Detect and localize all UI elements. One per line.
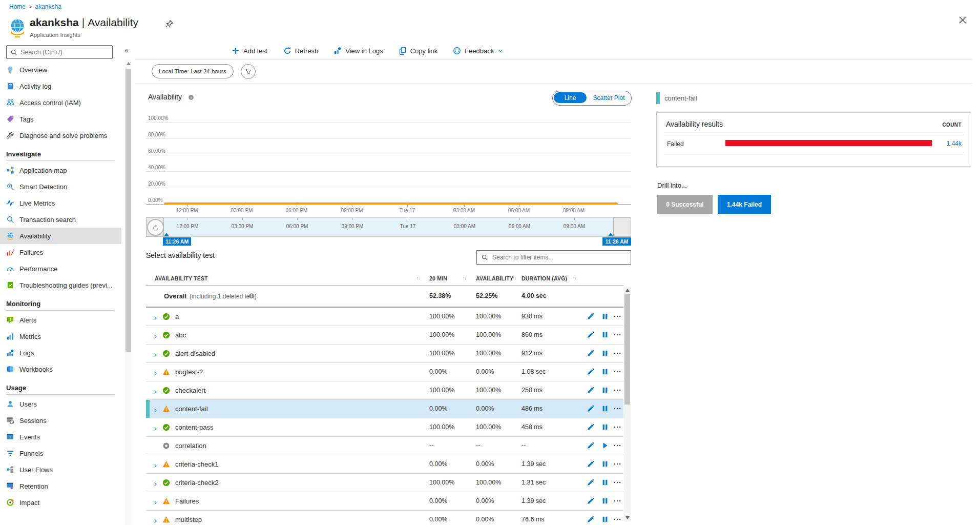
time-range-pill[interactable]: Local Time: Last 24 hours: [152, 64, 234, 78]
sidebar-collapse-button[interactable]: «: [124, 46, 129, 54]
edit-test-button[interactable]: [587, 423, 595, 431]
edit-test-button[interactable]: [587, 515, 595, 523]
sidebar-item-sessions[interactable]: Sessions: [0, 412, 121, 429]
more-options-button[interactable]: [613, 478, 621, 487]
add-test-button[interactable]: Add test: [232, 47, 268, 55]
close-icon[interactable]: [957, 14, 968, 26]
chevron-right-icon[interactable]: [153, 333, 158, 337]
chevron-right-icon[interactable]: [153, 314, 158, 319]
drill-failed-button[interactable]: 1.44k Failed: [718, 195, 771, 214]
sidebar-item-failures[interactable]: Failures: [0, 244, 121, 260]
sidebar-item-diagnose-and-solve-problems[interactable]: Diagnose and solve problems: [0, 127, 121, 144]
play-test-button[interactable]: [601, 441, 609, 450]
chevron-right-icon[interactable]: [153, 462, 158, 467]
brush-right-handle[interactable]: [613, 217, 631, 237]
test-row-bugtest-2[interactable]: bugtest-20.00%0.00%1.08 sec: [146, 363, 623, 381]
more-options-button[interactable]: [613, 515, 621, 523]
sidebar-item-workbooks[interactable]: Workbooks: [0, 361, 121, 377]
sidebar-item-tags[interactable]: Tags: [0, 111, 121, 127]
edit-test-button[interactable]: [587, 405, 595, 413]
brush-reset-button[interactable]: [147, 219, 164, 236]
chevron-right-icon[interactable]: [153, 517, 158, 522]
more-options-button[interactable]: [613, 460, 621, 468]
more-options-button[interactable]: [613, 386, 621, 394]
failed-count-link[interactable]: 1.44k: [947, 140, 962, 147]
pause-test-button[interactable]: [601, 312, 609, 320]
edit-test-button[interactable]: [587, 386, 595, 394]
more-options-button[interactable]: [613, 368, 621, 376]
table-scrollbar-thumb[interactable]: [624, 294, 630, 405]
pause-test-button[interactable]: [601, 460, 609, 468]
pause-test-button[interactable]: [601, 405, 609, 413]
sidebar-item-user-flows[interactable]: User Flows: [0, 461, 121, 478]
edit-test-button[interactable]: [587, 497, 595, 505]
more-options-button[interactable]: [613, 331, 621, 339]
sidebar-item-retention[interactable]: Retention: [0, 478, 121, 494]
drill-successful-button[interactable]: 0 Successful: [657, 195, 713, 214]
test-row-correlation[interactable]: correlation------: [146, 437, 623, 455]
info-icon[interactable]: [188, 94, 194, 100]
edit-test-button[interactable]: [587, 331, 595, 339]
sort-test-button[interactable]: ↑↓: [416, 275, 420, 280]
edit-test-button[interactable]: [587, 368, 595, 376]
pin-icon[interactable]: [165, 19, 174, 28]
toggle-line-option[interactable]: Line: [554, 92, 587, 103]
test-row-criteria-check2[interactable]: criteria-check2100.00%100.00%1.31 sec: [146, 474, 623, 492]
test-filter-input[interactable]: [491, 253, 631, 261]
sidebar-search-input[interactable]: [20, 49, 112, 56]
test-row-abc[interactable]: abc100.00%100.00%860 ms: [146, 326, 623, 345]
add-filter-button[interactable]: [241, 64, 256, 79]
more-options-button[interactable]: [613, 349, 621, 357]
pause-test-button[interactable]: [601, 515, 609, 523]
feedback-button[interactable]: Feedback: [453, 47, 504, 55]
breadcrumb-current-link[interactable]: akanksha: [35, 3, 61, 10]
pause-test-button[interactable]: [601, 386, 609, 394]
breadcrumb-home-link[interactable]: Home: [9, 3, 26, 10]
test-row-checkalert[interactable]: checkalert100.00%100.00%250 ms: [146, 381, 623, 400]
brush-left-handle[interactable]: [146, 217, 164, 237]
test-row-content-fail[interactable]: content-fail0.00%0.00%486 ms: [146, 400, 623, 418]
edit-test-button[interactable]: [587, 460, 595, 468]
sidebar-item-logs[interactable]: Logs: [0, 345, 121, 361]
pause-test-button[interactable]: [601, 497, 609, 505]
sidebar-item-availability[interactable]: Availability: [0, 228, 121, 244]
chevron-right-icon[interactable]: [153, 351, 158, 356]
chevron-right-icon[interactable]: [153, 480, 158, 485]
pause-test-button[interactable]: [601, 349, 609, 357]
pause-test-button[interactable]: [601, 423, 609, 431]
edit-test-button[interactable]: [587, 349, 595, 357]
table-scroll-down[interactable]: [625, 516, 630, 519]
pause-test-button[interactable]: [601, 331, 609, 339]
edit-test-button[interactable]: [587, 312, 595, 320]
info-icon[interactable]: [248, 293, 255, 299]
scrollbar-up-arrow[interactable]: [127, 62, 131, 65]
more-options-button[interactable]: [613, 497, 621, 505]
copy-link-button[interactable]: Copy link: [399, 47, 437, 55]
sort-duration-button[interactable]: ↑↓: [573, 275, 576, 280]
pause-test-button[interactable]: [601, 368, 609, 376]
time-brush[interactable]: 12:00 PM03:00 PM06:00 PM09:00 PMTue 1703…: [146, 217, 631, 237]
chevron-right-icon[interactable]: [153, 388, 158, 393]
test-row-content-pass[interactable]: content-pass100.00%100.00%458 ms: [146, 418, 623, 437]
more-options-button[interactable]: [613, 423, 621, 431]
sidebar-item-live-metrics[interactable]: Live Metrics: [0, 195, 121, 211]
sidebar-item-metrics[interactable]: Metrics: [0, 328, 121, 345]
sidebar-item-application-map[interactable]: Application map: [0, 162, 121, 178]
sidebar-item-smart-detection[interactable]: Smart Detection: [0, 178, 121, 195]
sort-20min-button[interactable]: ↑↓: [463, 275, 466, 280]
table-scrollbar[interactable]: [624, 287, 631, 521]
sidebar-item-alerts[interactable]: Alerts: [0, 312, 121, 328]
edit-test-button[interactable]: [587, 478, 595, 487]
view-in-logs-button[interactable]: View in Logs: [333, 47, 383, 55]
table-row-overall[interactable]: Overall(including 1 deleted test) 52.38%…: [146, 286, 623, 308]
test-row-failures[interactable]: Failures0.00%0.00%1.39 sec: [146, 492, 623, 511]
sidebar-item-transaction-search[interactable]: Transaction search: [0, 211, 121, 228]
toggle-scatter-option[interactable]: Scatter Plot: [588, 92, 630, 103]
test-row-criteria-check1[interactable]: criteria-check10.00%0.00%1.39 sec: [146, 455, 623, 474]
sidebar-item-activity-log[interactable]: Activity log: [0, 78, 121, 94]
sort-availability-button[interactable]: ↑↓: [512, 275, 516, 280]
sidebar-item-users[interactable]: Users: [0, 396, 121, 412]
more-options-button[interactable]: [613, 441, 621, 450]
chevron-right-icon[interactable]: [153, 499, 158, 503]
chevron-right-icon[interactable]: [153, 425, 158, 430]
